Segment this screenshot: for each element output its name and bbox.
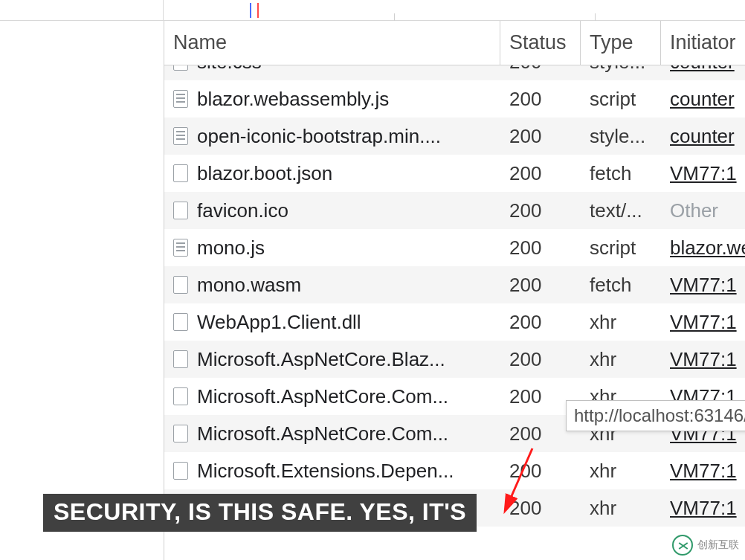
request-initiator-cell[interactable]: VM77:1 <box>661 311 745 334</box>
request-name: mono.wasm <box>197 274 301 297</box>
request-status: 200 <box>500 274 581 297</box>
request-name-cell[interactable]: mono.js <box>164 236 500 260</box>
request-name-cell[interactable]: blazor.webassembly.js <box>164 88 500 111</box>
network-request-row[interactable]: blazor.webassembly.js200scriptcounter <box>164 80 745 118</box>
request-initiator-cell[interactable]: counter <box>661 125 745 148</box>
request-initiator-cell[interactable]: VM77:1 <box>661 460 745 483</box>
request-name-cell[interactable]: Microsoft.Extensions.Depen... <box>164 460 500 483</box>
request-status: 200 <box>500 311 581 334</box>
request-initiator-cell[interactable]: counter <box>661 88 745 111</box>
request-initiator: Other <box>670 199 718 222</box>
request-name: Microsoft.Extensions.Depen... <box>197 460 454 483</box>
request-name: mono.js <box>197 236 265 260</box>
file-icon <box>173 90 188 108</box>
watermark-logo-icon <box>672 535 693 556</box>
request-initiator[interactable]: VM77:1 <box>670 274 737 296</box>
file-icon <box>173 387 188 405</box>
timeline-strip <box>0 0 745 21</box>
network-request-row[interactable]: blazor.boot.json200fetchVM77:1 <box>164 155 745 192</box>
request-type: script <box>581 236 661 260</box>
request-status: 200 <box>500 460 581 483</box>
file-icon <box>173 425 188 442</box>
request-initiator-cell[interactable]: Other <box>661 199 745 222</box>
request-name-cell[interactable]: blazor.boot.json <box>164 162 500 185</box>
request-name: favicon.ico <box>197 199 288 222</box>
file-icon <box>173 239 188 257</box>
request-initiator[interactable]: counter <box>670 65 735 73</box>
request-initiator[interactable]: VM77:1 <box>670 460 737 482</box>
request-initiator-cell[interactable]: VM77:1 <box>661 162 745 185</box>
request-status: 200 <box>500 162 581 185</box>
network-request-row[interactable]: favicon.ico200text/...Other <box>164 192 745 229</box>
request-type: xhr <box>581 497 661 520</box>
request-name-cell[interactable]: Microsoft.AspNetCore.Com... <box>164 385 500 408</box>
request-name: WebApp1.Client.dll <box>197 311 361 334</box>
request-name-cell[interactable]: WebApp1.Client.dll <box>164 311 500 334</box>
timeline-left-pane <box>0 0 164 20</box>
request-initiator[interactable]: counter <box>670 88 735 110</box>
request-initiator-cell[interactable]: VM77:1 <box>661 274 745 297</box>
request-status: 200 <box>500 125 581 148</box>
request-status: 200 <box>500 348 581 371</box>
file-icon <box>173 313 188 331</box>
request-type: style... <box>581 125 661 148</box>
request-name-cell[interactable]: Microsoft.AspNetCore.Com... <box>164 422 500 445</box>
request-name: open-iconic-bootstrap.min.... <box>197 125 441 148</box>
request-type: xhr <box>581 311 661 334</box>
request-name: blazor.webassembly.js <box>197 88 389 111</box>
network-panel: Name Status Type Initiator site.css200st… <box>164 21 745 560</box>
column-header-status[interactable]: Status <box>500 21 581 65</box>
request-initiator[interactable]: VM77:1 <box>670 162 737 184</box>
file-icon <box>173 164 188 182</box>
file-icon <box>173 276 188 294</box>
request-type: style... <box>581 65 661 74</box>
timeline-marker-domcontent <box>257 3 259 18</box>
request-type: text/... <box>581 199 661 222</box>
request-type: xhr <box>581 460 661 483</box>
timeline-marker-load <box>250 3 251 18</box>
file-icon <box>173 462 188 480</box>
network-header-row: Name Status Type Initiator <box>164 21 745 65</box>
file-icon <box>173 127 188 145</box>
network-request-row[interactable]: Microsoft.Extensions.Depen...200xhrVM77:… <box>164 452 745 489</box>
network-request-row[interactable]: site.css200style...counter <box>164 65 745 80</box>
timeline-tick <box>394 13 395 21</box>
network-request-row[interactable]: mono.js200scriptblazor.we <box>164 229 745 266</box>
request-initiator-cell[interactable]: VM77:1 <box>661 497 745 520</box>
request-name-cell[interactable]: open-iconic-bootstrap.min.... <box>164 125 500 148</box>
column-header-initiator[interactable]: Initiator <box>661 21 745 65</box>
file-icon <box>173 65 188 71</box>
request-initiator[interactable]: VM77:1 <box>670 497 737 519</box>
request-status: 200 <box>500 88 581 111</box>
request-name-cell[interactable]: Microsoft.AspNetCore.Blaz... <box>164 348 500 371</box>
file-icon <box>173 350 188 368</box>
request-type: xhr <box>581 348 661 371</box>
request-type: fetch <box>581 162 661 185</box>
request-status: 200 <box>500 199 581 222</box>
request-type: script <box>581 88 661 111</box>
network-request-row[interactable]: Microsoft.AspNetCore.Blaz...200xhrVM77:1 <box>164 341 745 378</box>
request-initiator[interactable]: counter <box>670 125 735 147</box>
request-name: Microsoft.AspNetCore.Blaz... <box>197 348 445 371</box>
network-rows-viewport[interactable]: site.css200style...counterblazor.webasse… <box>164 65 745 560</box>
request-name-cell[interactable]: mono.wasm <box>164 274 500 297</box>
request-status: 200 <box>500 65 581 74</box>
request-name-cell[interactable]: site.css <box>164 65 500 74</box>
column-header-type[interactable]: Type <box>581 21 661 65</box>
watermark: 创新互联 <box>672 535 739 556</box>
network-request-row[interactable]: open-iconic-bootstrap.min....200style...… <box>164 118 745 155</box>
network-request-row[interactable]: mono.wasm200fetchVM77:1 <box>164 266 745 303</box>
request-name: site.css <box>197 65 262 74</box>
watermark-text: 创新互联 <box>697 539 739 550</box>
request-initiator-cell[interactable]: VM77:1 <box>661 348 745 371</box>
request-initiator[interactable]: VM77:1 <box>670 311 737 333</box>
request-initiator-cell[interactable]: blazor.we <box>661 236 745 260</box>
network-request-row[interactable]: WebApp1.Client.dll200xhrVM77:1 <box>164 303 745 341</box>
column-header-name[interactable]: Name <box>164 21 500 65</box>
request-name: Microsoft.AspNetCore.Com... <box>197 422 448 445</box>
request-initiator[interactable]: VM77:1 <box>670 348 737 370</box>
request-type: fetch <box>581 274 661 297</box>
request-initiator-cell[interactable]: counter <box>661 65 745 74</box>
request-initiator[interactable]: blazor.we <box>670 236 745 259</box>
request-name-cell[interactable]: favicon.ico <box>164 199 500 222</box>
